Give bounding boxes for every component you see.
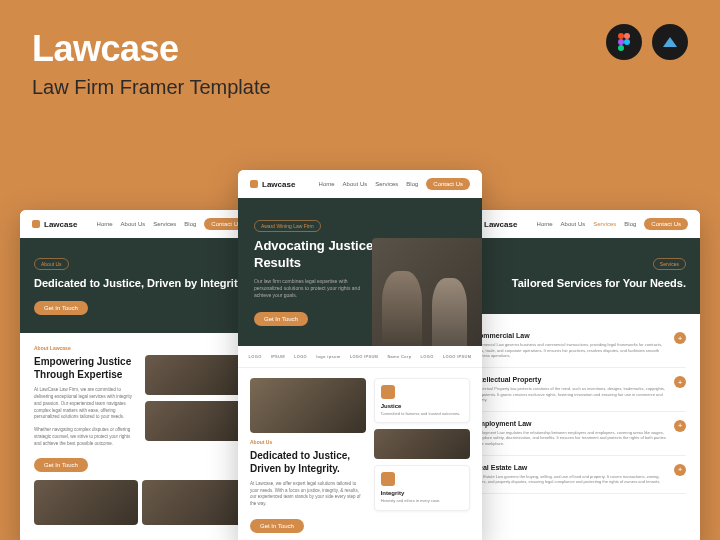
nav-bar: Lawcase Home About Us Services Blog Cont… <box>460 210 700 238</box>
service-title: Commercial Law <box>474 332 666 339</box>
image-placeholder <box>34 480 138 525</box>
get-in-touch-button[interactable]: Get In Touch <box>250 519 304 533</box>
logo[interactable]: Lawcase <box>250 180 295 189</box>
contact-button[interactable]: Contact Us <box>426 178 470 190</box>
nav-link[interactable]: About Us <box>561 221 586 227</box>
nav-link[interactable]: About Us <box>343 181 368 187</box>
expand-icon[interactable]: + <box>674 376 686 388</box>
nav-link[interactable]: Home <box>97 221 113 227</box>
service-item[interactable]: Commercial Law Commercial Law governs bu… <box>474 324 686 368</box>
image-placeholder <box>142 480 246 525</box>
expand-icon[interactable]: + <box>674 332 686 344</box>
get-in-touch-button[interactable]: Get In Touch <box>34 301 88 315</box>
feature-card: Integrity Honesty and ethics in every ca… <box>374 465 470 511</box>
logo-item: LOGO <box>421 354 434 359</box>
logo-item: LOGO IPSUM <box>443 354 472 359</box>
image-placeholder <box>374 429 470 459</box>
expand-icon[interactable]: + <box>674 420 686 432</box>
body-text: At Lawcase, we offer expert legal soluti… <box>250 481 366 508</box>
nav-link[interactable]: About Us <box>121 221 146 227</box>
hero-image <box>372 238 482 346</box>
nav-bar: Lawcase Home About Us Services Blog Cont… <box>20 210 260 238</box>
service-item[interactable]: Real Estate Law Real Estate Law governs … <box>474 456 686 494</box>
mockup-area: Lawcase Home About Us Services Blog Cont… <box>0 155 720 540</box>
logo-item: LOGO IPSUM <box>350 354 379 359</box>
mockup-home-page: Lawcase Home About Us Services Blog Cont… <box>238 170 482 540</box>
get-in-touch-button[interactable]: Get In Touch <box>34 458 88 472</box>
contact-button[interactable]: Contact Us <box>644 218 688 230</box>
hero-subtitle: Our law firm combines legal expertise wi… <box>254 278 374 299</box>
product-subtitle: Law Firm Framer Template <box>32 76 688 99</box>
about-content: About Lawcase Empowering Justice Through… <box>20 333 260 537</box>
nav-bar: Lawcase Home About Us Services Blog Cont… <box>238 170 482 198</box>
service-title: Real Estate Law <box>474 464 666 471</box>
logo[interactable]: Lawcase <box>32 220 77 229</box>
section-pill: Services <box>653 258 686 270</box>
feature-title: Justice <box>381 403 463 409</box>
nav-link[interactable]: Blog <box>624 221 636 227</box>
tool-icons <box>606 24 688 60</box>
feature-card: Justice Committed to fairness and truste… <box>374 378 470 424</box>
service-body: Commercial Law governs business and comm… <box>474 342 666 359</box>
scales-icon <box>381 385 395 399</box>
expand-icon[interactable]: + <box>674 464 686 476</box>
hero-title: Dedicated to Justice, Driven by Integrit… <box>34 276 246 290</box>
service-title: Intellectual Property <box>474 376 666 383</box>
get-in-touch-button[interactable]: Get In Touch <box>254 312 308 326</box>
image-placeholder <box>145 401 246 441</box>
nav-link[interactable]: Home <box>319 181 335 187</box>
feature-body: Committed to fairness and trusted outcom… <box>381 411 463 417</box>
body-text: Whether navigating complex disputes or o… <box>34 427 135 447</box>
service-item[interactable]: Employment Law Employment Law regulates … <box>474 412 686 456</box>
service-body: Real Estate Law governs the buying, sell… <box>474 474 666 485</box>
mockup-about-page: Lawcase Home About Us Services Blog Cont… <box>20 210 260 540</box>
shield-icon <box>381 472 395 486</box>
hero-title: Tailored Services for Your Needs. <box>474 276 686 290</box>
framer-icon <box>652 24 688 60</box>
about-section: About Us Dedicated to Justice, Driven by… <box>238 368 482 540</box>
product-title: Lawcase <box>32 28 688 70</box>
image-placeholder <box>250 378 366 433</box>
nav-link[interactable]: Blog <box>184 221 196 227</box>
section-title: Empowering Justice Through Expertise <box>34 355 135 381</box>
nav-link[interactable]: Services <box>153 221 176 227</box>
service-item[interactable]: Intellectual Property Intellectual Prope… <box>474 368 686 412</box>
section-label: About Lawcase <box>34 345 246 351</box>
logo-item: IPSUM <box>271 354 285 359</box>
feature-title: Integrity <box>381 490 463 496</box>
hero-section: Award Wining Law Firm Advocating Justice… <box>238 198 482 346</box>
hero-section: Services Tailored Services for Your Need… <box>460 238 700 314</box>
hero-section: About Us Dedicated to Justice, Driven by… <box>20 238 260 333</box>
logo-item: LOGO <box>294 354 307 359</box>
service-body: Employment Law regulates the relationshi… <box>474 430 666 447</box>
section-pill: Award Wining Law Firm <box>254 220 321 232</box>
nav-link[interactable]: Blog <box>406 181 418 187</box>
service-title: Employment Law <box>474 420 666 427</box>
client-logos: LOGO IPSUM LOGO logo ipsum LOGO IPSUM Na… <box>238 346 482 368</box>
services-list: Commercial Law Commercial Law governs bu… <box>460 314 700 504</box>
section-title: Dedicated to Justice, Driven by Integrit… <box>250 449 366 475</box>
logo-item: LOGO <box>249 354 262 359</box>
figma-icon <box>606 24 642 60</box>
nav-link[interactable]: Services <box>593 221 616 227</box>
image-placeholder <box>145 355 246 395</box>
nav-link[interactable]: Services <box>375 181 398 187</box>
body-text: At LawCase Law Firm, we are committed to… <box>34 387 135 421</box>
nav-link[interactable]: Home <box>537 221 553 227</box>
feature-body: Honesty and ethics in every case. <box>381 498 463 504</box>
section-label: About Us <box>250 439 366 445</box>
logo-item: Name Corp <box>387 354 411 359</box>
service-body: Intellectual Property law protects creat… <box>474 386 666 403</box>
section-pill: About Us <box>34 258 69 270</box>
mockup-services-page: Lawcase Home About Us Services Blog Cont… <box>460 210 700 540</box>
logo-item: logo ipsum <box>316 354 340 359</box>
